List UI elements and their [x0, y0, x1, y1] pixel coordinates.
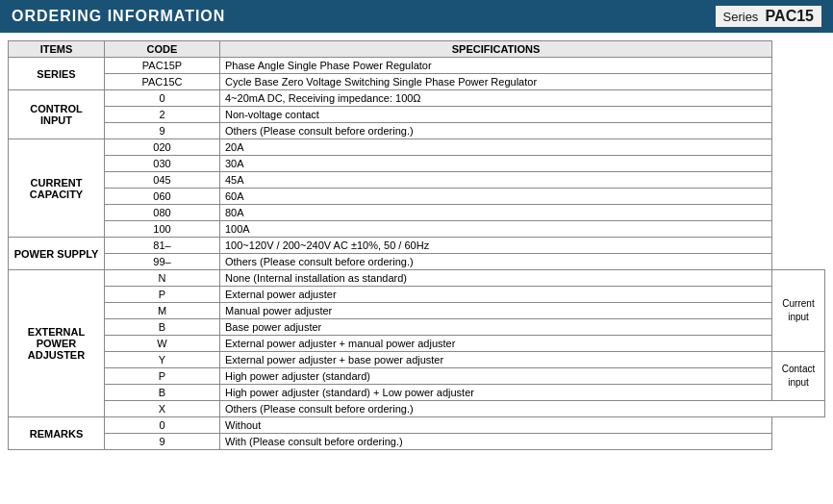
table-row: 2 Non-voltage contact: [9, 107, 825, 123]
epa-code-b: B: [105, 319, 220, 336]
contact-input-label: Contactinput: [772, 352, 825, 401]
remarks-code-0: 0: [105, 417, 220, 434]
epa-spec-x: Others (Please consult before ordering.): [220, 401, 825, 417]
series-code-pac15c: PAC15C: [105, 74, 220, 90]
epa-spec-p: External power adjuster: [220, 287, 772, 303]
control-code-9: 9: [105, 123, 220, 139]
control-spec-0: 4~20mA DC, Receiving impedance: 100Ω: [220, 90, 772, 107]
epa-spec-b2: High power adjuster (standard) + Low pow…: [220, 385, 772, 401]
table-row: P High power adjuster (standard): [9, 368, 825, 385]
header-series: Series PAC15: [716, 6, 821, 27]
cc-code-060: 060: [105, 189, 220, 205]
cc-spec-030: 30A: [220, 156, 772, 172]
power-supply-label-cell: POWER SUPPLY: [9, 238, 105, 270]
table-row: POWER SUPPLY 81– 100~120V / 200~240V AC …: [9, 238, 825, 254]
cc-code-100: 100: [105, 221, 220, 238]
series-spec-pac15p: Phase Angle Single Phase Power Regulator: [220, 58, 772, 74]
cc-code-080: 080: [105, 205, 220, 221]
epa-spec-m: Manual power adjuster: [220, 303, 772, 319]
current-input-label: Currentinput: [772, 270, 825, 352]
epa-code-y: Y: [105, 352, 220, 368]
table-row: 100 100A: [9, 221, 825, 238]
col-header-items: ITEMS: [9, 41, 105, 58]
epa-code-p2: P: [105, 368, 220, 385]
ordering-table: ITEMS CODE SPECIFICATIONS SERIES PAC15P …: [8, 40, 825, 450]
epa-code-b2: B: [105, 385, 220, 401]
ps-spec-81: 100~120V / 200~240V AC ±10%, 50 / 60Hz: [220, 238, 772, 254]
table-row: 045 45A: [9, 172, 825, 189]
table-row: B Base power adjuster: [9, 319, 825, 336]
control-input-label-cell: CONTROL INPUT: [9, 90, 105, 139]
control-code-2: 2: [105, 107, 220, 123]
current-capacity-label-cell: CURRENT CAPACITY: [9, 139, 105, 238]
table-row: X Others (Please consult before ordering…: [9, 401, 825, 417]
epa-code-w: W: [105, 336, 220, 352]
table-row: W External power adjuster + manual power…: [9, 336, 825, 352]
table-row: Y External power adjuster + base power a…: [9, 352, 825, 368]
table-row: SERIES PAC15P Phase Angle Single Phase P…: [9, 58, 825, 74]
table-row: P External power adjuster: [9, 287, 825, 303]
table-row: 9 With (Please consult before ordering.): [9, 434, 825, 450]
remarks-label-cell: REMARKS: [9, 417, 105, 450]
control-spec-9: Others (Please consult before ordering.): [220, 123, 772, 139]
table-row: CONTROL INPUT 0 4~20mA DC, Receiving imp…: [9, 90, 825, 107]
table-row: 080 80A: [9, 205, 825, 221]
cc-spec-020: 20A: [220, 139, 772, 156]
cc-spec-080: 80A: [220, 205, 772, 221]
table-row: 99– Others (Please consult before orderi…: [9, 254, 825, 270]
epa-code-p: P: [105, 287, 220, 303]
ps-code-99: 99–: [105, 254, 220, 270]
col-header-code: CODE: [105, 41, 220, 58]
epa-code-m: M: [105, 303, 220, 319]
series-code-pac15p: PAC15P: [105, 58, 220, 74]
cc-spec-060: 60A: [220, 189, 772, 205]
remarks-code-9: 9: [105, 434, 220, 450]
ps-spec-99: Others (Please consult before ordering.): [220, 254, 772, 270]
control-code-0: 0: [105, 90, 220, 107]
cc-spec-100: 100A: [220, 221, 772, 238]
cc-code-045: 045: [105, 172, 220, 189]
epa-spec-w: External power adjuster + manual power a…: [220, 336, 772, 352]
epa-code-x: X: [105, 401, 220, 417]
epa-spec-p2: High power adjuster (standard): [220, 368, 772, 385]
table-row: 9 Others (Please consult before ordering…: [9, 123, 825, 139]
remarks-spec-0: Without: [220, 417, 772, 434]
table-row: M Manual power adjuster: [9, 303, 825, 319]
table-row: 060 60A: [9, 189, 825, 205]
table-row: PAC15C Cycle Base Zero Voltage Switching…: [9, 74, 825, 90]
table-row: B High power adjuster (standard) + Low p…: [9, 385, 825, 401]
series-value: PAC15: [766, 8, 814, 24]
cc-code-030: 030: [105, 156, 220, 172]
ps-code-81: 81–: [105, 238, 220, 254]
control-spec-2: Non-voltage contact: [220, 107, 772, 123]
series-spec-pac15c: Cycle Base Zero Voltage Switching Single…: [220, 74, 772, 90]
cc-spec-045: 45A: [220, 172, 772, 189]
col-header-specifications: SPECIFICATIONS: [220, 41, 772, 58]
epa-spec-y: External power adjuster + base power adj…: [220, 352, 772, 368]
remarks-spec-9: With (Please consult before ordering.): [220, 434, 772, 450]
cc-code-020: 020: [105, 139, 220, 156]
header-title: ORDERING INFORMATION: [12, 8, 225, 25]
table-row: EXTERNAL POWER ADJUSTER N None (Internal…: [9, 270, 825, 287]
table-row: REMARKS 0 Without: [9, 417, 825, 434]
epa-spec-n: None (Internal installation as standard): [220, 270, 772, 287]
series-label: Series: [723, 10, 759, 24]
header: ORDERING INFORMATION Series PAC15: [0, 0, 833, 33]
table-row: 030 30A: [9, 156, 825, 172]
series-label-cell: SERIES: [9, 58, 105, 90]
epa-spec-b: Base power adjuster: [220, 319, 772, 336]
epa-code-n: N: [105, 270, 220, 287]
epa-label-cell: EXTERNAL POWER ADJUSTER: [9, 270, 105, 417]
table-row: CURRENT CAPACITY 020 20A: [9, 139, 825, 156]
